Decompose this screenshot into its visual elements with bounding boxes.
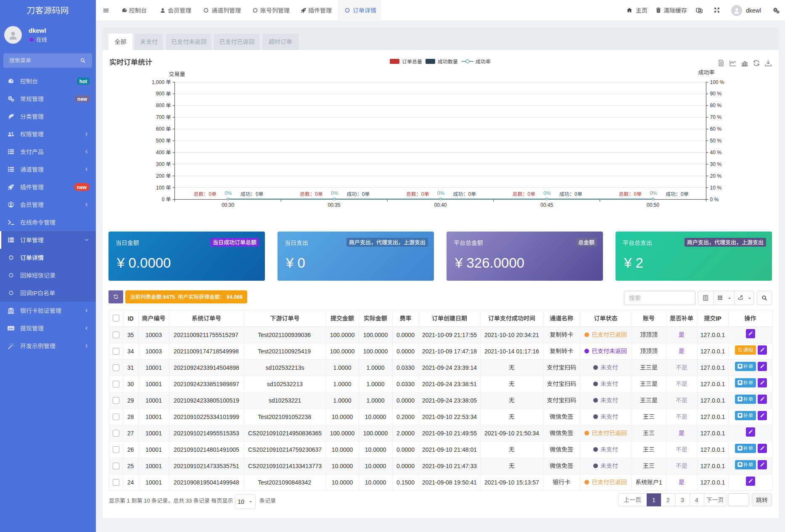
svg-text:200: 200: [156, 173, 166, 179]
svg-text:0: 0: [468, 191, 471, 197]
svg-text:10.0000: 10.0000: [332, 479, 353, 486]
svg-text:300: 300: [156, 161, 166, 167]
svg-text:IP: IP: [32, 290, 37, 297]
svg-text:0.0000: 0.0000: [396, 332, 415, 338]
svg-text:0.0000: 0.0000: [396, 463, 415, 469]
svg-text:70 %: 70 %: [710, 114, 722, 120]
svg-text:0.0000: 0.0000: [396, 446, 415, 453]
svg-text:127.0.0.1: 127.0.0.1: [700, 430, 725, 437]
svg-text:0.1500: 0.1500: [396, 479, 415, 486]
svg-text:0: 0: [634, 191, 637, 197]
svg-text:24: 24: [127, 479, 134, 486]
svg-text:0%: 0%: [331, 190, 338, 196]
svg-text:10001: 10001: [145, 446, 162, 453]
svg-text:2021-09-10 21:50:34: 2021-09-10 21:50:34: [484, 430, 539, 437]
svg-text:VISA: VISA: [8, 328, 13, 330]
svg-text:dkewl: dkewl: [29, 27, 46, 34]
svg-text:0%: 0%: [437, 190, 445, 196]
svg-text:20210910214955515353: 20210910214955515353: [174, 430, 239, 437]
svg-text:100.0000: 100.0000: [363, 348, 388, 355]
svg-text:Test2021100939036: Test2021100939036: [258, 332, 311, 338]
svg-text:2021-10-09 21:17:55: 2021-10-09 21:17:55: [422, 332, 477, 338]
svg-text:0.0000: 0.0000: [396, 397, 415, 404]
svg-text:2021-09-10 21:48:01: 2021-09-10 21:48:01: [422, 446, 477, 453]
svg-text:127.0.0.1: 127.0.0.1: [700, 479, 725, 486]
svg-text:ID: ID: [128, 315, 134, 322]
svg-text:CS20210910214950836365: CS20210910214950836365: [248, 430, 322, 437]
svg-text:dkewl: dkewl: [746, 7, 761, 14]
svg-text:35: 35: [127, 332, 134, 338]
svg-text:20 %: 20 %: [710, 173, 722, 179]
svg-text:20210910225334101999: 20210910225334101999: [174, 413, 239, 420]
svg-text:hot: hot: [79, 79, 87, 84]
svg-text:1,000: 1,000: [152, 79, 166, 85]
svg-text:0.0000: 0.0000: [396, 348, 415, 355]
svg-text:0.0330: 0.0330: [396, 364, 415, 371]
svg-text:0: 0: [315, 191, 318, 197]
svg-text:1: 1: [125, 498, 131, 504]
svg-text:10001: 10001: [145, 397, 162, 404]
svg-text:127.0.0.1: 127.0.0.1: [700, 332, 725, 338]
svg-text:30: 30: [127, 381, 134, 387]
svg-text:127.0.0.1: 127.0.0.1: [700, 364, 725, 371]
svg-text:2021-09-08 19:50:41: 2021-09-08 19:50:41: [422, 479, 477, 486]
svg-text:0: 0: [528, 191, 531, 197]
svg-text:0.2000: 0.2000: [396, 413, 415, 420]
svg-text:29: 29: [127, 397, 134, 404]
svg-text:127.0.0.1: 127.0.0.1: [700, 381, 725, 387]
svg-text:20210908195041499948: 20210908195041499948: [174, 479, 239, 486]
svg-text:50 %: 50 %: [710, 138, 722, 144]
svg-text:Test2021090848342: Test2021090848342: [258, 479, 311, 486]
svg-text:31: 31: [127, 364, 134, 371]
svg-text:20210924233851989897: 20210924233851989897: [174, 381, 239, 387]
svg-text:0: 0: [362, 191, 365, 197]
svg-text:800: 800: [156, 103, 166, 108]
svg-text:100.0000: 100.0000: [330, 332, 355, 338]
svg-text:¥4.066: ¥4.066: [225, 294, 243, 300]
svg-text:2021-09-24 23:38:05: 2021-09-24 23:38:05: [422, 397, 477, 404]
svg-text:10001: 10001: [145, 430, 162, 437]
svg-text:80 %: 80 %: [710, 103, 722, 108]
svg-text:28: 28: [127, 413, 134, 420]
svg-text:1.0000: 1.0000: [367, 381, 385, 387]
svg-text:33: 33: [184, 498, 193, 504]
svg-text:CS20210910214759230637: CS20210910214759230637: [248, 446, 322, 453]
svg-text:0: 0: [162, 197, 166, 203]
svg-text:sd102532213s: sd102532213s: [266, 364, 304, 371]
svg-text:0: 0: [209, 191, 211, 197]
svg-text:20210924233914504898: 20210924233914504898: [174, 364, 239, 371]
svg-text:1: 1: [652, 497, 655, 503]
svg-text:100.0000: 100.0000: [330, 430, 355, 437]
svg-text:10.0000: 10.0000: [332, 413, 353, 420]
svg-text:90 %: 90 %: [710, 91, 722, 97]
svg-text:¥ 2: ¥ 2: [624, 255, 643, 271]
svg-text:2021-09-24 23:39:14: 2021-09-24 23:39:14: [422, 364, 477, 371]
svg-text:0: 0: [256, 191, 259, 197]
svg-text:2: 2: [666, 497, 670, 503]
svg-text:10.0000: 10.0000: [365, 479, 386, 486]
svg-text:2021-09-10 15:13:57: 2021-09-10 15:13:57: [484, 479, 539, 486]
svg-text:40 %: 40 %: [710, 150, 722, 155]
svg-text:0: 0: [421, 191, 424, 197]
svg-text:100.0000: 100.0000: [330, 348, 355, 355]
svg-text:127.0.0.1: 127.0.0.1: [700, 397, 725, 404]
svg-text:0%: 0%: [225, 190, 232, 196]
svg-text:2.0000: 2.0000: [396, 430, 415, 437]
svg-text:20210924233805100519: 20210924233805100519: [174, 397, 239, 404]
svg-text:0: 0: [681, 191, 684, 197]
svg-text:100: 100: [156, 185, 166, 191]
svg-text:100 %: 100 %: [710, 79, 724, 85]
svg-text:600: 600: [156, 126, 166, 132]
svg-text:0%: 0%: [650, 190, 657, 196]
svg-text:2021-09-10 22:53:34: 2021-09-10 22:53:34: [422, 413, 477, 420]
svg-text:¥ 0: ¥ 0: [285, 255, 305, 271]
svg-text:100.0000: 100.0000: [363, 430, 388, 437]
svg-text:1.0000: 1.0000: [333, 397, 352, 404]
svg-text:0: 0: [574, 191, 577, 197]
svg-text:60 %: 60 %: [710, 126, 722, 132]
svg-text:10.0000: 10.0000: [365, 463, 386, 469]
svg-text:1.0000: 1.0000: [367, 397, 385, 404]
svg-text:¥ 0.0000: ¥ 0.0000: [116, 255, 171, 271]
svg-text:IP: IP: [716, 315, 721, 322]
svg-text:Test2021100925419: Test2021100925419: [258, 348, 311, 355]
